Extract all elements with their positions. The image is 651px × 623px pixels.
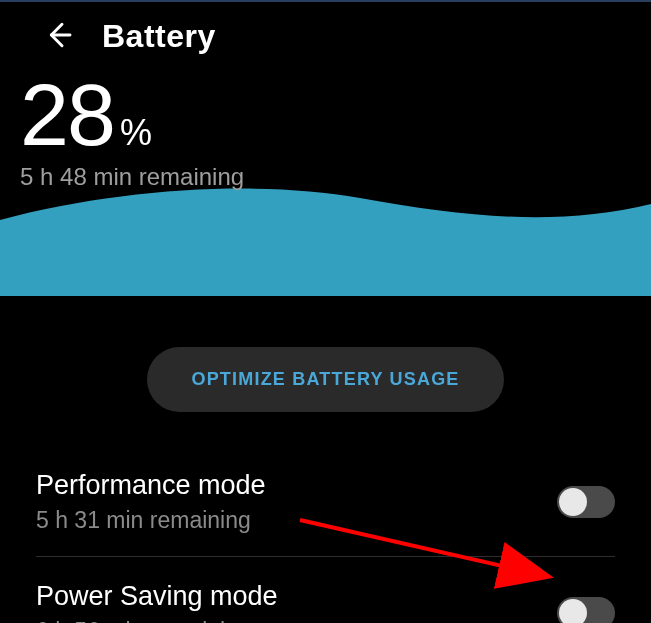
- back-icon[interactable]: [42, 19, 74, 55]
- power-saving-mode-info: Power Saving mode 6 h 56 min remaining: [36, 581, 278, 623]
- battery-percent-value: 28: [20, 71, 114, 159]
- battery-wave-graphic: [0, 176, 651, 296]
- app-header: Battery: [0, 2, 651, 63]
- power-saving-mode-subtitle: 6 h 56 min remaining: [36, 618, 278, 623]
- power-saving-mode-title: Power Saving mode: [36, 581, 278, 612]
- battery-summary: 28 % 5 h 48 min remaining: [0, 63, 651, 191]
- performance-mode-toggle[interactable]: [557, 486, 615, 518]
- toggle-knob-icon: [559, 599, 587, 623]
- page-title: Battery: [102, 18, 216, 55]
- performance-mode-row[interactable]: Performance mode 5 h 31 min remaining: [0, 446, 651, 556]
- toggle-knob-icon: [559, 488, 587, 516]
- power-saving-mode-toggle[interactable]: [557, 597, 615, 623]
- optimize-row: OPTIMIZE BATTERY USAGE: [0, 347, 651, 446]
- battery-remaining-text: 5 h 48 min remaining: [20, 163, 631, 191]
- performance-mode-info: Performance mode 5 h 31 min remaining: [36, 470, 266, 534]
- power-saving-mode-row[interactable]: Power Saving mode 6 h 56 min remaining: [0, 557, 651, 623]
- performance-mode-title: Performance mode: [36, 470, 266, 501]
- optimize-battery-button[interactable]: OPTIMIZE BATTERY USAGE: [147, 347, 503, 412]
- performance-mode-subtitle: 5 h 31 min remaining: [36, 507, 266, 534]
- battery-percent-sign: %: [120, 112, 152, 154]
